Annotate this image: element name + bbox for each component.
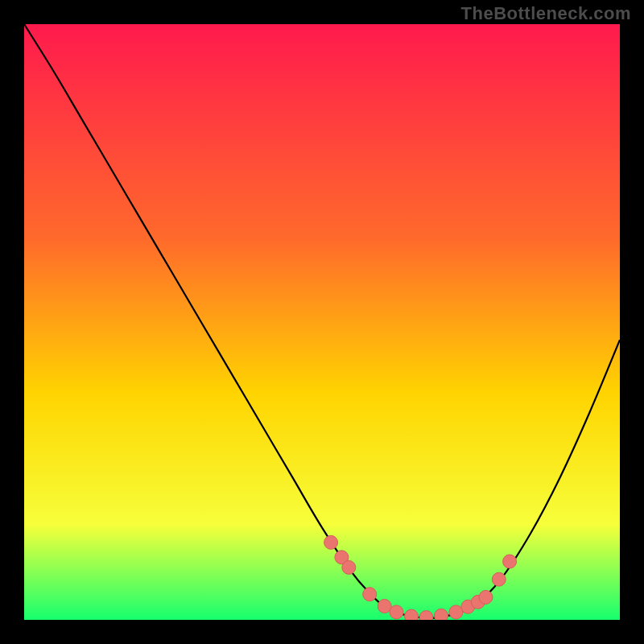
plot-area — [24, 24, 620, 620]
watermark-text: TheBottleneck.com — [461, 3, 631, 24]
marker-dot — [492, 572, 506, 586]
gradient-background — [24, 24, 620, 620]
marker-dot — [503, 555, 517, 568]
marker-dot — [405, 609, 419, 620]
marker-dot — [435, 609, 448, 620]
chart-frame: TheBottleneck.com — [0, 0, 644, 644]
marker-dot — [324, 535, 338, 549]
marker-dot — [479, 590, 493, 604]
marker-dot — [342, 560, 356, 574]
plot-svg — [24, 24, 620, 620]
marker-dot — [390, 605, 403, 619]
marker-dot — [363, 588, 377, 601]
